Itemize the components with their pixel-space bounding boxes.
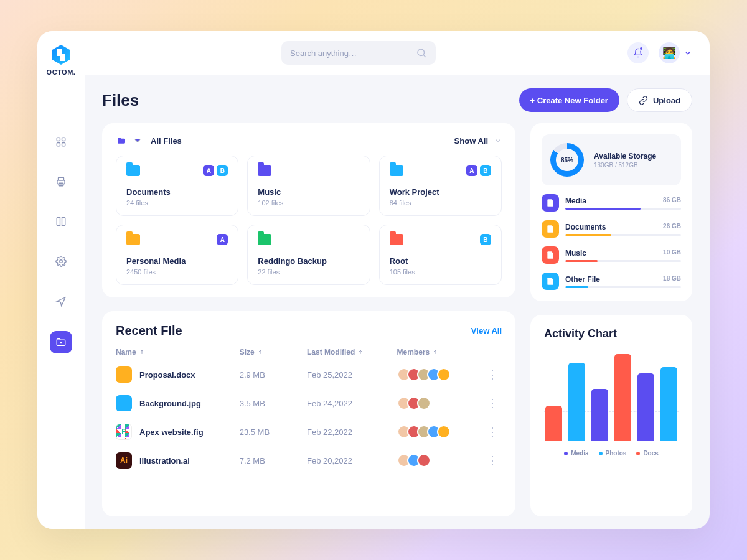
folder-name: Music [258,187,359,197]
file-name: Background.jpg [139,399,201,408]
svg-rect-6 [59,183,63,186]
legend-item: Photos [599,450,627,457]
chart-bar [545,406,562,441]
row-menu-button[interactable]: ⋮ [487,368,502,381]
storage-sub: 130GB / 512GB [594,162,656,169]
nav-dashboard[interactable] [51,132,71,152]
folder-icon [390,234,403,245]
storage-label: Available Storage [594,152,656,161]
avatar: 🧑‍💻 [659,42,680,63]
chart-area [544,354,679,441]
sort-arrow-icon [432,349,438,355]
storage-item-value: 10 GB [663,249,681,258]
file-type-icon [116,395,132,411]
storage-percent: 85% [556,149,578,171]
folder-name: Documents [126,187,228,197]
col-modified[interactable]: Last Modified [307,348,397,357]
app-window: OCTOM. [37,31,710,529]
nav-printer[interactable] [51,172,71,192]
storage-bar [565,234,681,236]
col-members[interactable]: Members [397,348,487,357]
folder-tile[interactable]: B Root 105 files [379,225,502,285]
folder-tile[interactable]: AB Work Project 84 files [379,156,502,216]
folder-tile[interactable]: A Personal Media 2450 files [116,225,238,285]
badge: A [217,234,228,245]
search-input[interactable] [290,49,416,58]
link-icon [639,96,648,105]
view-all-link[interactable]: View All [471,326,502,335]
file-name: Proposal.docx [139,370,195,380]
show-all-toggle[interactable]: Show All [454,136,502,146]
row-menu-button[interactable]: ⋮ [487,396,502,410]
file-icon [546,225,555,233]
legend-item: Media [564,450,588,457]
badges: AB [203,165,228,176]
storage-item-value: 26 GB [663,223,681,231]
header-actions: + Create New Folder Upload [519,88,692,112]
col-name[interactable]: Name [116,348,240,357]
storage-type-icon [542,194,559,212]
nav-files-active[interactable] [50,331,72,353]
file-size: 2.9 MB [240,370,307,380]
folder-tile[interactable]: Music 102 files [247,156,370,216]
right-column: 85% Available Storage 130GB / 512GB Medi… [530,123,692,516]
col-size[interactable]: Size [240,348,307,357]
page-title: Files [102,91,139,110]
storage-type-icon [542,273,559,290]
badge: B [480,165,491,176]
folder-icon [390,165,403,176]
table-row[interactable]: Ai Illustration.ai 7.2 MB Feb 20,2022 ⋮ [116,446,502,475]
storage-item-value: 86 GB [663,197,681,205]
file-type-icon: Ai [116,452,132,469]
folder-icon [126,165,140,176]
svg-point-7 [60,260,63,263]
sort-arrow-icon [357,349,364,355]
table-row[interactable]: Proposal.docx 2.9 MB Feb 25,2022 ⋮ [116,360,502,389]
badge: B [217,165,228,176]
folder-name: Reddingo Backup [258,256,359,266]
send-icon [55,296,67,307]
row-menu-button[interactable]: ⋮ [487,454,502,467]
grid-icon [55,136,67,147]
legend-label: Media [571,450,588,457]
book-icon [55,216,67,227]
main: 🧑‍💻 Files + Create New Folder Upload [85,31,710,529]
content-header: Files + Create New Folder Upload [102,88,692,112]
folder-filter[interactable] [116,136,143,146]
table-row[interactable]: Background.jpg 3.5 MB Feb 24,2022 ⋮ [116,389,502,418]
badge: A [203,165,214,176]
file-members [397,454,487,467]
legend-label: Photos [606,450,627,457]
table-row[interactable]: F Apex website.fig 23.5 MB Feb 22,2022 ⋮ [116,418,502,446]
logo-icon [52,45,70,65]
storage-item: Music10 GB [542,246,681,264]
nav-send[interactable] [51,291,71,311]
notifications-button[interactable] [627,42,649,63]
row-menu-button[interactable]: ⋮ [487,425,502,439]
folder-count: 102 files [258,199,359,207]
folder-tile[interactable]: Reddingo Backup 22 files [247,225,370,285]
folder-tile[interactable]: AB Documents 24 files [116,156,238,216]
create-folder-button[interactable]: + Create New Folder [519,88,619,112]
storage-bar [565,260,681,262]
user-menu[interactable]: 🧑‍💻 [659,42,692,63]
legend-dot [636,452,640,455]
file-members [397,396,487,410]
storage-bar [565,286,681,288]
printer-icon [55,176,67,187]
storage-type-icon [542,246,559,264]
file-size: 23.5 MB [240,427,307,437]
search[interactable] [281,41,436,65]
upload-button[interactable]: Upload [627,88,692,112]
gear-icon [55,256,67,267]
file-type-icon [116,366,132,383]
member-avatar [417,396,431,410]
nav-settings[interactable] [51,251,71,271]
table-header: Name Size Last Modified Members [116,344,502,360]
filter-label: All Files [151,136,182,146]
nav-library[interactable] [51,212,71,231]
files-card-header: All Files Show All [116,136,502,146]
member-avatar [417,454,431,467]
file-members [397,425,487,439]
badge: A [466,165,477,176]
